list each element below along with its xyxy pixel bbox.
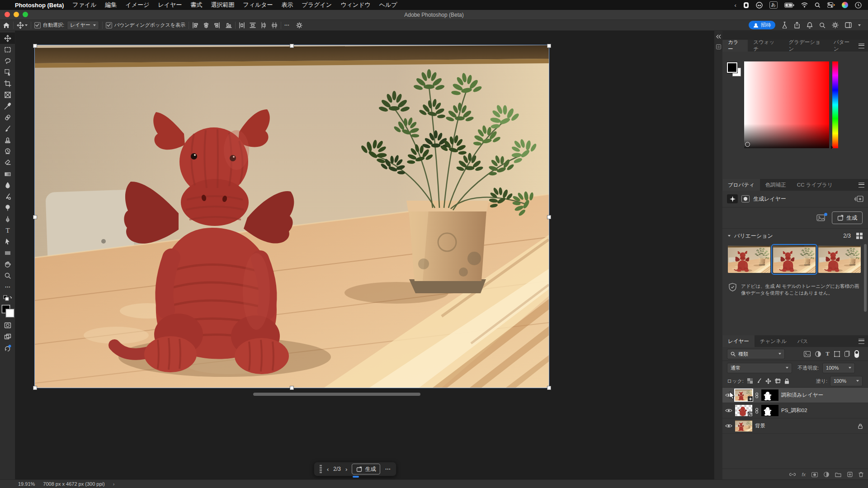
tab-layers[interactable]: レイヤー	[722, 335, 755, 347]
swap-colors-icon[interactable]	[0, 292, 15, 304]
layer-effects-icon[interactable]: fx	[802, 472, 806, 477]
filter-adjustment-layers-icon[interactable]	[815, 351, 821, 357]
menubar-chevron-icon[interactable]: ‹	[734, 2, 736, 9]
opacity-dropdown[interactable]: 100%	[822, 363, 855, 373]
grid-view-icon[interactable]	[856, 233, 863, 239]
minimize-window-button[interactable]	[14, 12, 19, 17]
transform-handle-w[interactable]	[33, 215, 37, 219]
transform-handle-nw[interactable]	[33, 44, 37, 48]
wifi-icon[interactable]	[801, 2, 808, 8]
reference-image-icon[interactable]	[816, 214, 826, 222]
frame-tool[interactable]	[0, 89, 15, 100]
saturation-field[interactable]	[744, 61, 829, 148]
menu-layer[interactable]: レイヤー	[158, 1, 182, 9]
new-layer-icon[interactable]	[847, 472, 853, 477]
healing-brush-tool[interactable]	[0, 112, 15, 123]
bounding-box-checkbox[interactable]	[106, 22, 112, 28]
creative-cloud-icon[interactable]	[756, 2, 763, 9]
layer-thumbnail[interactable]	[735, 405, 752, 416]
layer-name[interactable]: PS_調和02	[781, 407, 807, 414]
tab-channels[interactable]: チャンネル	[755, 335, 792, 347]
spotlight-icon[interactable]	[815, 2, 821, 8]
layer-mask-thumbnail[interactable]	[761, 405, 778, 416]
control-center-icon[interactable]	[827, 2, 835, 8]
history-brush-tool[interactable]	[0, 145, 15, 157]
color-cursor[interactable]	[745, 142, 750, 147]
eraser-tool[interactable]	[0, 157, 15, 168]
battery-icon[interactable]	[784, 3, 794, 8]
add-mask-icon[interactable]	[811, 472, 818, 477]
menu-view[interactable]: 表示	[282, 1, 293, 9]
generate-button[interactable]: 生成	[352, 464, 380, 474]
close-window-button[interactable]	[5, 12, 10, 17]
pen-tool[interactable]	[0, 213, 15, 225]
clone-stamp-tool[interactable]	[0, 134, 15, 145]
layer-name[interactable]: 背景	[755, 422, 765, 429]
lock-transparency-icon[interactable]	[747, 378, 753, 384]
transform-handle-sw[interactable]	[33, 386, 37, 390]
blur-tool[interactable]	[0, 179, 15, 191]
distribute-v-icon[interactable]	[250, 22, 256, 28]
dodge-tool[interactable]	[0, 202, 15, 213]
distribute-center-icon[interactable]	[271, 22, 278, 28]
filter-smart-objects-icon[interactable]	[844, 351, 850, 357]
menu-edit[interactable]: 編集	[105, 1, 117, 9]
gradient-tool[interactable]	[0, 168, 15, 179]
align-left-icon[interactable]	[192, 22, 198, 28]
move-tool[interactable]	[0, 33, 15, 44]
menu-image[interactable]: イメージ	[126, 1, 150, 9]
menu-app-name[interactable]: Photoshop (Beta)	[15, 2, 64, 9]
workspace-switcher-icon[interactable]	[845, 22, 852, 28]
mixer-brush-tool[interactable]	[0, 191, 15, 202]
search-icon[interactable]	[819, 22, 826, 28]
object-selection-tool[interactable]	[0, 66, 15, 78]
menu-type[interactable]: 書式	[190, 1, 202, 9]
clock-icon[interactable]	[855, 2, 862, 9]
notifications-bell-icon[interactable]	[807, 22, 813, 28]
transform-handle-s[interactable]	[290, 386, 294, 390]
blend-mode-dropdown[interactable]: 通常	[727, 363, 792, 373]
lock-all-icon[interactable]	[784, 378, 789, 384]
input-method-icon[interactable]: あ	[769, 1, 778, 9]
lock-pixels-icon[interactable]	[756, 378, 762, 384]
next-variation-button[interactable]: ›	[345, 466, 347, 473]
visibility-eye-icon[interactable]	[725, 408, 732, 413]
tab-gradients[interactable]: グラデーション	[783, 40, 828, 52]
layer-row-harmonized[interactable]: 調和済みレイヤー	[722, 388, 868, 403]
horizontal-scrollbar[interactable]	[253, 393, 420, 396]
layer-thumbnail[interactable]	[735, 389, 752, 401]
layer-mask-thumbnail[interactable]	[761, 389, 778, 401]
tab-adjustments[interactable]: 色調補正	[760, 179, 792, 191]
document-canvas[interactable]	[35, 45, 549, 388]
edit-toolbar-button[interactable]: ⋯	[0, 281, 15, 292]
filter-shape-layers-icon[interactable]	[834, 351, 840, 357]
menu-filter[interactable]: フィルター	[243, 1, 273, 9]
fill-dropdown[interactable]: 100%	[830, 376, 863, 386]
auto-select-dropdown[interactable]: レイヤー	[67, 21, 99, 30]
invite-button[interactable]: 招待	[749, 21, 775, 29]
link-layers-icon[interactable]	[789, 472, 796, 477]
generate-button-properties[interactable]: 生成	[832, 211, 863, 224]
panel-menu-icon[interactable]	[859, 43, 864, 48]
screen-mode-button[interactable]	[0, 331, 15, 342]
shape-tool[interactable]	[0, 247, 15, 258]
tab-color[interactable]: カラー	[722, 40, 748, 52]
new-group-icon[interactable]	[835, 472, 841, 477]
transform-handle-e[interactable]	[547, 215, 551, 219]
new-adjustment-layer-icon[interactable]	[824, 472, 829, 477]
taskbar-drag-handle[interactable]	[320, 465, 322, 473]
layer-filter-type-dropdown[interactable]: 種類	[727, 349, 785, 359]
filter-pixel-layers-icon[interactable]	[804, 351, 811, 357]
workspace-gear-icon[interactable]	[296, 22, 303, 29]
path-selection-tool[interactable]	[0, 236, 15, 247]
brush-tool[interactable]	[0, 123, 15, 134]
share-icon[interactable]	[794, 22, 800, 28]
zoom-level[interactable]: 19.91%	[18, 481, 35, 487]
mask-link-icon[interactable]	[755, 408, 759, 414]
layer-filter-toggle[interactable]	[854, 350, 859, 358]
assistant-icon[interactable]	[842, 2, 848, 8]
lasso-tool[interactable]	[0, 55, 15, 66]
brightness-icon[interactable]	[832, 22, 839, 28]
hue-slider[interactable]	[832, 61, 838, 148]
menu-window[interactable]: ウィンドウ	[340, 1, 371, 9]
